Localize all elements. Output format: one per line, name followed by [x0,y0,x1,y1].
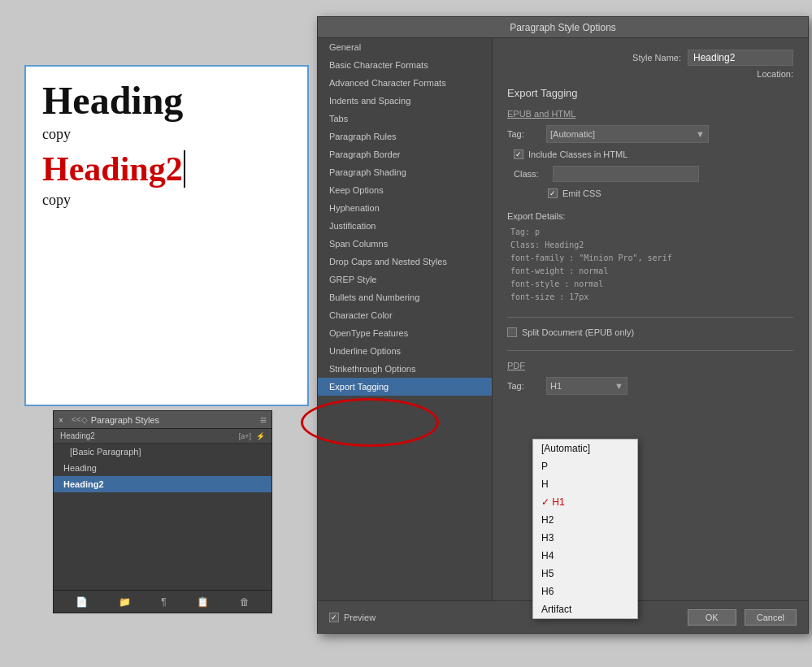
nav-strikethrough[interactable]: Strikethrough Options [318,360,492,378]
style-item-heading2[interactable]: Heading2 [54,476,271,492]
panel-titlebar: × << ◇ Paragraph Styles ≡ [54,411,271,429]
pdf-label: PDF [507,361,793,370]
nav-grep-style[interactable]: GREP Style [318,271,492,288]
location-row: Location: [507,69,793,79]
nav-paragraph-shading[interactable]: Paragraph Shading [318,163,492,181]
split-doc-row: Split Document (EPUB only) [507,327,793,337]
preview-heading: Heading [42,80,291,123]
dropdown-item-h2[interactable]: H2 [533,511,637,529]
export-detail-line-6: font-size : 17px [510,291,793,304]
paragraph-styles-panel: × << ◇ Paragraph Styles ≡ Heading2 [a+] … [53,410,272,613]
nav-basic-character[interactable]: Basic Character Formats [318,56,492,74]
dropdown-item-artifact[interactable]: Artifact [533,600,637,618]
document-preview: Heading copy Heading2 copy [24,65,309,406]
subheader-style-name: Heading2 [60,431,95,440]
nav-hyphenation[interactable]: Hyphenation [318,199,492,217]
duplicate-button[interactable]: 📋 [197,596,209,608]
dropdown-item-h5[interactable]: H5 [533,565,637,583]
preview-copy1: copy [42,126,291,143]
nav-bullets-numbering[interactable]: Bullets and Numbering [318,288,492,306]
include-classes-label: Include Classes in HTML [528,149,627,159]
epub-tag-label: Tag: [507,129,540,139]
nav-span-columns[interactable]: Span Columns [318,235,492,253]
preview-row: Preview [329,613,376,622]
styles-list: [Basic Paragraph] Heading Heading2 [54,444,271,574]
split-doc-label: Split Document (EPUB only) [522,327,634,337]
style-item-basic-paragraph[interactable]: [Basic Paragraph] [54,444,271,460]
pdf-tag-label: Tag: [507,381,540,391]
nav-tabs[interactable]: Tabs [318,110,492,128]
preview-copy2: copy [42,192,291,209]
export-detail-line-3: font-family : "Minion Pro", serif [510,252,793,265]
pdf-tag-select[interactable]: H1 ▼ [546,377,627,395]
dropdown-item-h[interactable]: H [533,475,637,493]
pdf-section: PDF Tag: H1 ▼ [507,361,793,395]
divider [507,317,793,318]
subheader-btn1[interactable]: [a+] [239,432,251,440]
dropdown-item-h4[interactable]: H4 [533,547,637,565]
dropdown-item-p[interactable]: P [533,457,637,475]
epub-html-label: EPUB and HTML [507,109,793,119]
subheader-btn2[interactable]: ⚡ [256,432,265,440]
subheader-buttons: [a+] ⚡ [239,432,265,440]
epub-tag-select[interactable]: [Automatic] ▼ [546,125,709,143]
style-name-row: Style Name: [507,50,793,66]
pdf-tag-row: Tag: H1 ▼ [507,377,793,395]
nav-paragraph-border[interactable]: Paragraph Border [318,145,492,163]
delete-button[interactable]: 🗑 [240,596,250,608]
preview-label: Preview [344,613,376,622]
folder-button[interactable]: 📁 [119,596,131,608]
epub-html-section: EPUB and HTML Tag: [Automatic] ▼ Include… [507,109,793,198]
panel-title: ◇ Paragraph Styles [81,415,260,425]
export-detail-line-1: Tag: p [510,226,793,239]
nav-underline-options[interactable]: Underline Options [318,342,492,360]
panel-menu-button[interactable]: ≡ [260,414,267,427]
panel-expand-button[interactable]: << [72,415,81,424]
class-input[interactable] [553,166,699,182]
panel-subheader: Heading2 [a+] ⚡ [54,429,271,444]
nav-paragraph-rules[interactable]: Paragraph Rules [318,128,492,145]
dropdown-item-automatic[interactable]: [Automatic] [533,440,637,457]
nav-justification[interactable]: Justification [318,217,492,235]
nav-opentype[interactable]: OpenType Features [318,324,492,342]
class-label: Class: [514,169,546,179]
emit-css-checkbox[interactable] [548,188,558,198]
dialog-titlebar: Paragraph Style Options [318,17,808,38]
location-label: Location: [757,69,793,79]
nav-indents-spacing[interactable]: Indents and Spacing [318,92,492,110]
dropdown-item-h1[interactable]: H1 [533,493,637,511]
section-title: Export Tagging [507,87,793,99]
export-details-section: Export Details: Tag: p Class: Heading2 f… [507,211,793,304]
ok-button[interactable]: OK [688,609,736,626]
export-details-code: Tag: p Class: Heading2 font-family : "Mi… [507,226,793,304]
export-details-title: Export Details: [507,211,793,221]
style-name-input[interactable] [688,50,793,66]
export-detail-line-5: font-style : normal [510,278,793,291]
paragraph-button[interactable]: ¶ [161,596,166,608]
panel-footer: 📄 📁 ¶ 📋 🗑 [54,590,271,613]
dialog-title: Paragraph Style Options [510,22,616,33]
style-item-heading[interactable]: Heading [54,460,271,476]
panel-close-button[interactable]: × [59,416,67,424]
dialog-nav: General Basic Character Formats Advanced… [318,38,493,600]
nav-advanced-character[interactable]: Advanced Character Formats [318,74,492,92]
new-style-button[interactable]: 📄 [76,596,88,608]
cancel-button[interactable]: Cancel [745,609,797,626]
nav-keep-options[interactable]: Keep Options [318,181,492,199]
preview-checkbox[interactable] [329,613,339,622]
divider2 [507,350,793,351]
split-doc-checkbox[interactable] [507,327,517,337]
emit-css-label: Emit CSS [562,188,601,198]
pdf-tag-dropdown[interactable]: [Automatic] P H H1 H2 H3 H4 H5 H6 Artifa… [532,439,638,619]
export-detail-line-2: Class: Heading2 [510,239,793,252]
nav-character-color[interactable]: Character Color [318,306,492,324]
nav-drop-caps[interactable]: Drop Caps and Nested Styles [318,253,492,271]
dropdown-item-h6[interactable]: H6 [533,583,637,600]
style-name-label: Style Name: [632,53,681,63]
nav-export-tagging[interactable]: Export Tagging [318,378,492,396]
nav-general[interactable]: General [318,38,492,56]
preview-heading2: Heading2 [42,149,291,188]
dropdown-item-h3[interactable]: H3 [533,529,637,547]
epub-tag-row: Tag: [Automatic] ▼ [507,125,793,143]
include-classes-checkbox[interactable] [514,149,523,159]
